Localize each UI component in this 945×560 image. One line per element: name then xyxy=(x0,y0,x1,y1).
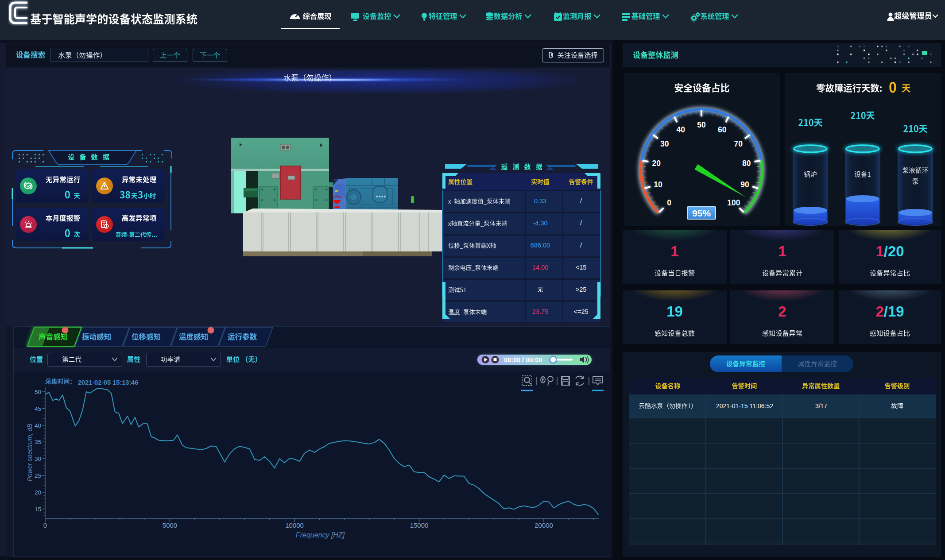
svg-text:15000: 15000 xyxy=(410,521,429,529)
svg-text:80: 80 xyxy=(742,159,751,168)
svg-text:5000: 5000 xyxy=(163,521,177,529)
svg-text:0: 0 xyxy=(667,198,671,207)
svg-text:Frequency [HZ]: Frequency [HZ] xyxy=(296,531,345,539)
svg-text:0: 0 xyxy=(43,521,47,529)
svg-text:50: 50 xyxy=(697,120,706,129)
svg-text:10: 10 xyxy=(654,180,662,189)
svg-text:40: 40 xyxy=(35,422,41,429)
svg-text:30: 30 xyxy=(35,456,41,462)
svg-text:20: 20 xyxy=(652,159,661,168)
svg-text:40: 40 xyxy=(676,125,685,134)
svg-text:10000: 10000 xyxy=(285,521,304,529)
svg-text:70: 70 xyxy=(734,139,743,148)
svg-text:100: 100 xyxy=(727,198,740,207)
svg-text:30: 30 xyxy=(660,139,669,148)
svg-text:45: 45 xyxy=(35,406,41,412)
svg-text:50: 50 xyxy=(35,389,41,395)
svg-text:20000: 20000 xyxy=(534,521,553,529)
svg-text:20: 20 xyxy=(35,489,41,496)
svg-text:35: 35 xyxy=(35,439,41,445)
svg-text:Power spectrum, dB: Power spectrum, dB xyxy=(26,423,33,481)
svg-text:15: 15 xyxy=(35,506,41,513)
svg-text:60: 60 xyxy=(718,125,727,134)
svg-text:90: 90 xyxy=(740,180,749,189)
svg-text:25: 25 xyxy=(35,472,41,479)
